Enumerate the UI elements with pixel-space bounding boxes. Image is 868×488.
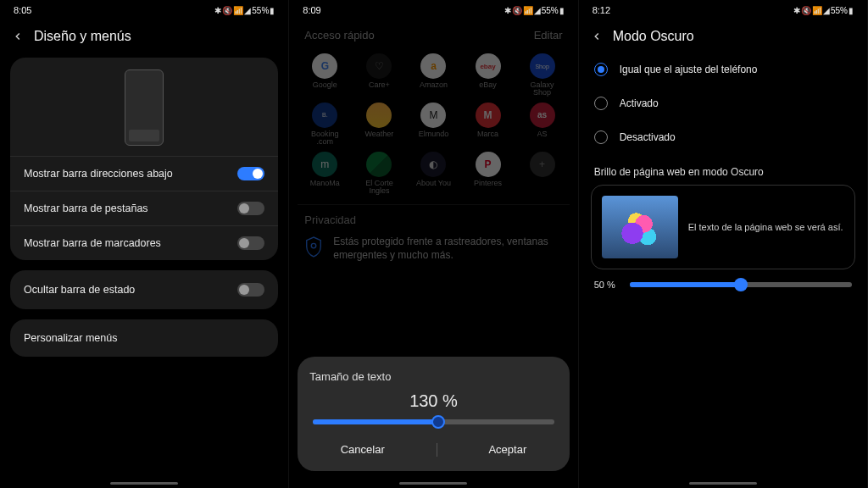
quick-access-tile[interactable]: asAS — [515, 103, 570, 147]
tile-label: Google — [313, 81, 337, 89]
phone-preview — [10, 58, 278, 156]
svg-point-0 — [312, 243, 317, 248]
tile-icon — [366, 103, 392, 128]
tile-icon: a — [420, 53, 446, 79]
status-indicators: ✱🔇📶◢ 55%▮ — [504, 6, 565, 15]
tile-icon: ◐ — [420, 152, 446, 177]
brightness-slider[interactable] — [630, 282, 852, 287]
quick-access-grid: GGoogle♡Care+aAmazonebayeBayShopGalaxy S… — [298, 50, 569, 204]
radio-icon — [594, 63, 608, 76]
quick-access-tile[interactable]: B.Booking .com — [298, 103, 352, 147]
radio-label: Desactivado — [620, 131, 676, 143]
tile-label: Weather — [364, 130, 393, 138]
brightness-preview: El texto de la página web se verá así. — [591, 185, 855, 269]
quick-access-tile[interactable]: ♡Care+ — [352, 53, 406, 97]
slider-thumb[interactable] — [431, 415, 445, 429]
screen-layout-and-menus: 8:05 ✱🔇📶◢ 55%▮ Diseño y menús Mostrar ba… — [0, 0, 289, 488]
phone-illustration-icon — [125, 69, 164, 146]
screen-dark-mode: 8:12 ✱🔇📶◢ 55%▮ Modo Oscuro Igual que el … — [579, 0, 868, 488]
modal-title: Tamaño de texto — [309, 370, 557, 383]
gesture-handle[interactable] — [689, 482, 757, 485]
toggle-bookmark-bar[interactable] — [237, 236, 264, 250]
preview-text: El texto de la página web se verá así. — [688, 221, 843, 233]
toggle-hide-status[interactable] — [237, 283, 264, 297]
accept-button[interactable]: Aceptar — [478, 436, 537, 463]
dark-mode-options: Igual que el ajuste del teléfonoActivado… — [579, 53, 867, 154]
tile-label: Elmundo — [419, 130, 449, 138]
tile-icon: m — [312, 152, 337, 177]
quick-access-tile[interactable]: MElmundo — [406, 103, 460, 147]
quick-access-tile[interactable]: aAmazon — [406, 53, 460, 97]
row-label: Mostrar barra direcciones abajo — [24, 168, 173, 180]
dimmed-background: Acceso rápido Editar GGoogle♡Care+aAmazo… — [289, 20, 577, 262]
quick-access-tile[interactable]: ◐About You — [406, 152, 460, 196]
tile-icon: P — [476, 152, 501, 177]
quick-access-tile[interactable]: PPinteres — [461, 152, 515, 196]
quick-access-tile[interactable]: mManoMa — [298, 152, 352, 196]
privacy-section-label: Privacidad — [298, 204, 569, 231]
row-label: Ocultar barra de estado — [24, 284, 135, 296]
radio-icon — [594, 130, 608, 144]
tile-icon: M — [476, 103, 501, 128]
row-bookmark-bar[interactable]: Mostrar barra de marcadores — [10, 225, 278, 260]
quick-access-tile[interactable]: MMarca — [461, 103, 515, 147]
radio-option[interactable]: Igual que el ajuste del teléfono — [579, 53, 867, 86]
gesture-handle[interactable] — [110, 482, 178, 485]
shield-icon — [304, 235, 323, 258]
tile-icon: M — [420, 103, 446, 128]
tile-label: Care+ — [369, 81, 390, 89]
tile-label: El Corte Ingles — [358, 180, 400, 196]
header: Diseño y menús — [0, 20, 288, 53]
row-label: Personalizar menús — [24, 332, 117, 344]
quick-access-tile[interactable]: ShopGalaxy Shop — [515, 53, 570, 97]
clock: 8:05 — [14, 5, 31, 15]
radio-option[interactable]: Activado — [579, 86, 867, 120]
status-indicators: ✱🔇📶◢ 55%▮ — [793, 6, 854, 15]
quick-access-tile[interactable]: El Corte Ingles — [352, 152, 406, 196]
status-bar: 8:12 ✱🔇📶◢ 55%▮ — [579, 0, 867, 20]
privacy-text: Estás protegido frente a rastreadores, v… — [333, 235, 562, 262]
quick-access-tile[interactable]: ebayeBay — [461, 53, 515, 97]
preview-image — [602, 196, 678, 258]
page-title: Modo Oscuro — [613, 29, 694, 44]
tile-icon: G — [312, 53, 337, 79]
tile-icon: as — [530, 103, 555, 128]
cancel-button[interactable]: Cancelar — [331, 436, 395, 463]
row-label: Mostrar barra de marcadores — [24, 237, 161, 249]
radio-label: Activado — [620, 97, 659, 109]
tile-icon — [366, 152, 392, 177]
tile-label: Pinteres — [474, 180, 502, 187]
quick-access-tile[interactable]: + — [515, 152, 570, 196]
clock: 8:12 — [593, 5, 610, 15]
tile-label: Booking .com — [303, 130, 346, 147]
radio-option[interactable]: Desactivado — [579, 120, 867, 154]
tile-icon: ebay — [476, 53, 501, 79]
clock: 8:09 — [303, 5, 320, 15]
toggle-tab-bar[interactable] — [237, 202, 264, 215]
row-customize-menus[interactable]: Personalizar menús — [10, 319, 278, 357]
radio-label: Igual que el ajuste del teléfono — [620, 64, 758, 75]
text-size-value: 130 % — [309, 391, 557, 411]
slider-thumb[interactable] — [734, 278, 748, 291]
screen-text-size-modal: 8:09 ✱🔇📶◢ 55%▮ Acceso rápido Editar GGoo… — [289, 0, 578, 488]
row-addressbar-bottom[interactable]: Mostrar barra direcciones abajo — [10, 156, 278, 191]
tile-label: About You — [416, 180, 451, 187]
back-icon[interactable] — [12, 30, 24, 42]
quick-access-tile[interactable]: GGoogle — [298, 53, 352, 97]
status-bar: 8:05 ✱🔇📶◢ 55%▮ — [0, 0, 288, 20]
quick-access-label: Acceso rápido — [304, 29, 374, 42]
text-size-slider[interactable] — [313, 419, 554, 424]
tile-label: Marca — [477, 130, 498, 138]
tile-label: Galaxy Shop — [521, 81, 564, 97]
toggle-addressbar-bottom[interactable] — [237, 167, 264, 180]
text-size-modal: Tamaño de texto 130 % Cancelar Aceptar — [298, 357, 569, 471]
status-bar: 8:09 ✱🔇📶◢ 55%▮ — [289, 0, 577, 20]
status-indicators: ✱🔇📶◢ 55%▮ — [214, 6, 275, 15]
back-icon[interactable] — [591, 30, 603, 42]
row-hide-status[interactable]: Ocultar barra de estado — [10, 270, 278, 309]
tile-icon: Shop — [530, 53, 555, 79]
gesture-handle[interactable] — [399, 482, 467, 485]
edit-button[interactable]: Editar — [534, 29, 563, 42]
quick-access-tile[interactable]: Weather — [352, 103, 406, 147]
row-tab-bar[interactable]: Mostrar barra de pestañas — [10, 191, 278, 225]
